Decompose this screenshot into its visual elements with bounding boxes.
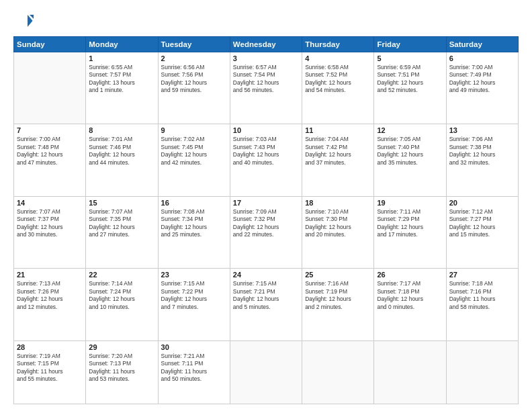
day-number: 16 (161, 199, 227, 207)
day-info: Sunrise: 6:55 AM Sunset: 7:57 PM Dayligh… (89, 64, 154, 95)
calendar-cell: 3Sunrise: 6:57 AM Sunset: 7:54 PM Daylig… (230, 52, 302, 124)
day-info: Sunrise: 7:19 AM Sunset: 7:15 PM Dayligh… (17, 353, 83, 383)
weekday-header: Tuesday (158, 37, 230, 52)
day-info: Sunrise: 7:01 AM Sunset: 7:46 PM Dayligh… (89, 136, 154, 167)
day-number: 24 (233, 271, 299, 279)
day-info: Sunrise: 7:11 AM Sunset: 7:29 PM Dayligh… (377, 208, 443, 239)
calendar-cell: 9Sunrise: 7:02 AM Sunset: 7:45 PM Daylig… (158, 124, 230, 196)
day-number: 23 (161, 271, 227, 279)
calendar-week-row: 28Sunrise: 7:19 AM Sunset: 7:15 PM Dayli… (14, 340, 519, 404)
day-info: Sunrise: 7:06 AM Sunset: 7:38 PM Dayligh… (449, 136, 515, 167)
day-info: Sunrise: 7:10 AM Sunset: 7:30 PM Dayligh… (305, 208, 371, 239)
day-info: Sunrise: 7:13 AM Sunset: 7:26 PM Dayligh… (17, 280, 83, 311)
weekday-header: Saturday (446, 37, 518, 52)
calendar-cell: 11Sunrise: 7:04 AM Sunset: 7:42 PM Dayli… (302, 124, 374, 196)
day-number: 14 (17, 199, 83, 207)
weekday-header: Monday (86, 37, 158, 52)
day-number: 8 (89, 126, 154, 134)
day-number: 5 (377, 54, 443, 62)
calendar-cell: 10Sunrise: 7:03 AM Sunset: 7:43 PM Dayli… (230, 124, 302, 196)
calendar-table: SundayMondayTuesdayWednesdayThursdayFrid… (13, 36, 519, 404)
calendar-cell: 28Sunrise: 7:19 AM Sunset: 7:15 PM Dayli… (14, 340, 86, 404)
day-number: 28 (17, 343, 83, 351)
day-number: 17 (233, 199, 299, 207)
day-info: Sunrise: 7:09 AM Sunset: 7:32 PM Dayligh… (233, 208, 299, 239)
day-info: Sunrise: 7:05 AM Sunset: 7:40 PM Dayligh… (377, 136, 443, 167)
day-number: 22 (89, 271, 154, 279)
calendar-cell: 18Sunrise: 7:10 AM Sunset: 7:30 PM Dayli… (302, 196, 374, 268)
calendar-week-row: 7Sunrise: 7:00 AM Sunset: 7:48 PM Daylig… (14, 124, 519, 196)
weekday-header: Thursday (302, 37, 374, 52)
calendar-cell (230, 340, 302, 404)
calendar-cell: 6Sunrise: 7:00 AM Sunset: 7:49 PM Daylig… (446, 52, 518, 124)
day-info: Sunrise: 7:00 AM Sunset: 7:48 PM Dayligh… (17, 136, 83, 167)
calendar-cell: 25Sunrise: 7:16 AM Sunset: 7:19 PM Dayli… (302, 269, 374, 340)
calendar-cell: 21Sunrise: 7:13 AM Sunset: 7:26 PM Dayli… (14, 269, 86, 340)
day-info: Sunrise: 7:08 AM Sunset: 7:34 PM Dayligh… (161, 208, 227, 239)
calendar-cell (302, 340, 374, 404)
calendar-cell (446, 340, 518, 404)
day-number: 2 (161, 54, 227, 62)
day-info: Sunrise: 6:58 AM Sunset: 7:52 PM Dayligh… (305, 64, 371, 95)
day-info: Sunrise: 7:04 AM Sunset: 7:42 PM Dayligh… (305, 136, 371, 167)
calendar-cell: 8Sunrise: 7:01 AM Sunset: 7:46 PM Daylig… (86, 124, 158, 196)
calendar-cell: 5Sunrise: 6:59 AM Sunset: 7:51 PM Daylig… (374, 52, 446, 124)
calendar-cell: 2Sunrise: 6:56 AM Sunset: 7:56 PM Daylig… (158, 52, 230, 124)
day-info: Sunrise: 7:07 AM Sunset: 7:35 PM Dayligh… (89, 208, 154, 239)
calendar-cell: 23Sunrise: 7:15 AM Sunset: 7:22 PM Dayli… (158, 269, 230, 340)
day-number: 10 (233, 126, 299, 134)
day-number: 21 (17, 271, 83, 279)
calendar-cell (14, 52, 86, 124)
day-number: 19 (377, 199, 443, 207)
calendar-cell: 26Sunrise: 7:17 AM Sunset: 7:18 PM Dayli… (374, 269, 446, 340)
page: SundayMondayTuesdayWednesdayThursdayFrid… (0, 0, 532, 411)
day-info: Sunrise: 7:20 AM Sunset: 7:13 PM Dayligh… (89, 353, 154, 383)
weekday-header: Sunday (14, 37, 86, 52)
calendar-cell: 7Sunrise: 7:00 AM Sunset: 7:48 PM Daylig… (14, 124, 86, 196)
day-info: Sunrise: 7:07 AM Sunset: 7:37 PM Dayligh… (17, 208, 83, 239)
day-number: 15 (89, 199, 154, 207)
day-number: 26 (377, 271, 443, 279)
header (13, 11, 519, 31)
day-number: 7 (17, 126, 83, 134)
calendar-week-row: 21Sunrise: 7:13 AM Sunset: 7:26 PM Dayli… (14, 269, 519, 340)
calendar-cell: 30Sunrise: 7:21 AM Sunset: 7:11 PM Dayli… (158, 340, 230, 404)
calendar-week-row: 1Sunrise: 6:55 AM Sunset: 7:57 PM Daylig… (14, 52, 519, 124)
day-number: 13 (449, 126, 515, 134)
day-number: 3 (233, 54, 299, 62)
calendar-cell: 22Sunrise: 7:14 AM Sunset: 7:24 PM Dayli… (86, 269, 158, 340)
day-number: 4 (305, 54, 371, 62)
day-number: 12 (377, 126, 443, 134)
calendar-cell: 14Sunrise: 7:07 AM Sunset: 7:37 PM Dayli… (14, 196, 86, 268)
calendar-cell: 20Sunrise: 7:12 AM Sunset: 7:27 PM Dayli… (446, 196, 518, 268)
calendar-cell: 13Sunrise: 7:06 AM Sunset: 7:38 PM Dayli… (446, 124, 518, 196)
calendar-cell: 27Sunrise: 7:18 AM Sunset: 7:16 PM Dayli… (446, 269, 518, 340)
day-info: Sunrise: 7:02 AM Sunset: 7:45 PM Dayligh… (161, 136, 227, 167)
day-number: 1 (89, 54, 154, 62)
day-info: Sunrise: 7:12 AM Sunset: 7:27 PM Dayligh… (449, 208, 515, 239)
day-number: 30 (161, 343, 227, 351)
calendar-cell: 12Sunrise: 7:05 AM Sunset: 7:40 PM Dayli… (374, 124, 446, 196)
day-info: Sunrise: 6:56 AM Sunset: 7:56 PM Dayligh… (161, 64, 227, 95)
calendar-week-row: 14Sunrise: 7:07 AM Sunset: 7:37 PM Dayli… (14, 196, 519, 268)
calendar-cell (374, 340, 446, 404)
calendar-cell: 4Sunrise: 6:58 AM Sunset: 7:52 PM Daylig… (302, 52, 374, 124)
calendar-header-row: SundayMondayTuesdayWednesdayThursdayFrid… (14, 37, 519, 52)
day-number: 9 (161, 126, 227, 134)
day-number: 29 (89, 343, 154, 351)
day-info: Sunrise: 7:03 AM Sunset: 7:43 PM Dayligh… (233, 136, 299, 167)
day-number: 11 (305, 126, 371, 134)
day-number: 20 (449, 199, 515, 207)
day-info: Sunrise: 7:18 AM Sunset: 7:16 PM Dayligh… (449, 280, 515, 311)
logo (13, 11, 36, 31)
calendar-cell: 29Sunrise: 7:20 AM Sunset: 7:13 PM Dayli… (86, 340, 158, 404)
calendar-cell: 19Sunrise: 7:11 AM Sunset: 7:29 PM Dayli… (374, 196, 446, 268)
calendar-cell: 15Sunrise: 7:07 AM Sunset: 7:35 PM Dayli… (86, 196, 158, 268)
day-info: Sunrise: 7:14 AM Sunset: 7:24 PM Dayligh… (89, 280, 154, 311)
weekday-header: Wednesday (230, 37, 302, 52)
day-info: Sunrise: 6:57 AM Sunset: 7:54 PM Dayligh… (233, 64, 299, 95)
day-number: 6 (449, 54, 515, 62)
logo-icon (13, 11, 34, 31)
day-info: Sunrise: 7:17 AM Sunset: 7:18 PM Dayligh… (377, 280, 443, 311)
calendar-cell: 17Sunrise: 7:09 AM Sunset: 7:32 PM Dayli… (230, 196, 302, 268)
